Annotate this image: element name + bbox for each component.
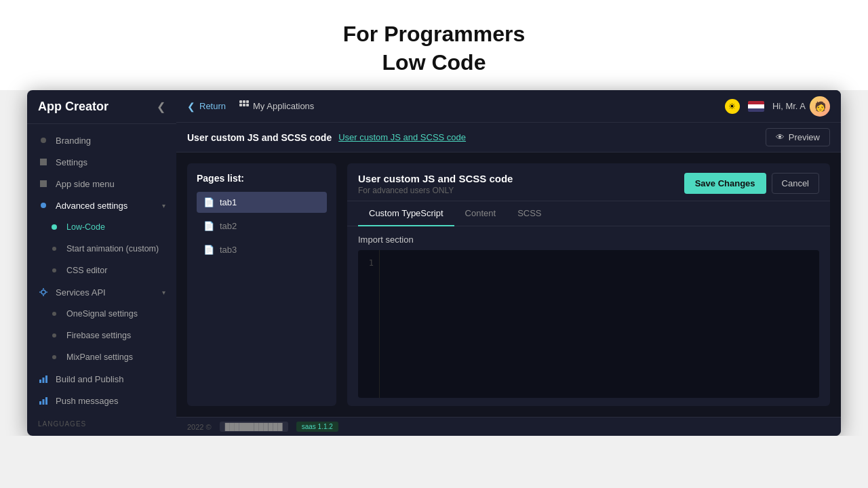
sidebar-item-onesignal[interactable]: OneSignal settings [27,303,176,325]
svg-rect-12 [239,100,242,103]
topbar: ❮ Return My Applications [176,90,841,123]
svg-rect-5 [39,380,41,383]
sidebar-header: App Creator ❮ [27,90,176,124]
code-panel-subtitle: For advanced users ONLY [358,186,513,195]
breadcrumb-link[interactable]: User custom JS and SCSS code [338,132,466,142]
avatar: 🧑 [810,96,830,117]
svg-point-0 [41,290,45,294]
sidebar-item-label: App side menu [56,179,115,189]
page-header: For Programmers Low Code [0,0,868,90]
editor-code[interactable] [380,250,819,398]
svg-rect-15 [239,104,242,106]
return-button[interactable]: ❮ Return [187,101,226,112]
sidebar-item-services-api[interactable]: Services API ▾ [27,281,176,303]
theme-toggle-icon[interactable]: ☀ [725,99,740,114]
sidebar-item-firebase[interactable]: Firebase settings [27,325,176,346]
save-changes-button[interactable]: Save Changes [684,173,766,194]
sidebar-item-label: Low-Code [66,222,105,232]
main-content: ❮ Return My Applications [176,90,841,436]
push-messages-icon [38,395,49,406]
svg-rect-16 [243,104,245,106]
chevron-down-icon: ▾ [162,202,165,209]
css-editor-icon [49,265,60,276]
branding-icon [38,135,49,146]
page-heading: For Programmers Low Code [14,20,854,77]
sidebar-item-settings[interactable]: Settings [27,151,176,173]
firebase-icon [49,330,60,341]
sidebar-item-start-animation[interactable]: Start animation (custom) [27,238,176,260]
sidebar-item-label: Build and Publish [56,374,123,384]
sidebar-item-label: OneSignal settings [66,309,138,319]
tab-custom-typescript[interactable]: Custom TypeScript [358,201,454,226]
sidebar-item-label: Services API [56,287,106,298]
settings-icon [38,157,49,167]
user-menu[interactable]: Hi, Mr. A 🧑 [772,96,830,117]
sidebar-collapse-button[interactable]: ❮ [157,100,165,113]
preview-button[interactable]: 👁 Preview [766,128,830,146]
editor-line-numbers: 1 [358,250,380,398]
code-editor: Import section 1 [347,226,830,406]
low-code-icon [49,222,60,232]
version-badge: saas 1.1.2 [296,422,338,432]
sidebar-item-mixpanel[interactable]: MixPanel settings [27,346,176,368]
svg-rect-7 [45,375,47,383]
bottom-bar: 2022 © ████████████ saas 1.1.2 [176,417,841,436]
tab-content[interactable]: Content [454,201,507,226]
sidebar-item-label: Settings [56,157,87,167]
start-animation-icon [49,243,60,254]
page-icon: 📄 [203,197,214,207]
page-item-tab3[interactable]: 📄 tab3 [197,239,327,260]
page-item-tab1[interactable]: 📄 tab1 [197,192,327,213]
svg-rect-17 [246,104,249,106]
sidebar-item-label: Firebase settings [66,331,131,340]
sidebar-item-advanced-settings[interactable]: Advanced settings ▾ [27,195,176,216]
sidebar-item-label: MixPanel settings [66,352,133,362]
page-item-tab2[interactable]: 📄 tab2 [197,216,327,237]
build-publish-icon [38,373,49,384]
content-area: Pages list: 📄 tab1 📄 tab2 📄 tab3 [176,152,841,417]
pages-panel: Pages list: 📄 tab1 📄 tab2 📄 tab3 [187,163,336,406]
sidebar-item-low-code[interactable]: Low-Code [27,216,176,238]
code-panel: User custom JS and SCSS code For advance… [347,163,830,406]
sidebar-item-label: Push messages [56,396,119,406]
sidebar-item-push-messages[interactable]: Push messages [27,390,176,411]
page-item-label: tab2 [220,221,237,231]
app-side-menu-icon [38,178,49,189]
breadcrumb-title: User custom JS and SCSS code [187,132,332,143]
page-item-label: tab1 [220,197,237,207]
code-panel-header: User custom JS and SCSS code For advance… [347,163,830,201]
svg-rect-13 [243,100,245,103]
sidebar-item-branding[interactable]: Branding [27,129,176,151]
sidebar-nav: Branding Settings App side menu Advanced… [27,124,176,415]
topbar-right: ☀ Hi, Mr. A 🧑 [725,96,830,117]
sidebar: App Creator ❮ Branding Settings App [27,90,176,436]
eye-icon: 👁 [776,132,785,142]
tab-scss[interactable]: SCSS [507,201,552,226]
mixpanel-icon [49,352,60,363]
chevron-down-icon: ▾ [162,289,165,296]
services-api-icon [38,287,49,298]
sidebar-item-label: Advanced settings [56,201,127,211]
page-item-label: tab3 [220,245,237,255]
my-applications-button[interactable]: My Applications [239,100,314,112]
page-icon: 📄 [203,245,214,255]
sidebar-item-app-side-menu[interactable]: App side menu [27,173,176,195]
code-panel-actions: Save Changes Cancel [684,173,819,194]
pages-panel-title: Pages list: [197,173,327,184]
sidebar-item-build-publish[interactable]: Build and Publish [27,368,176,390]
sidebar-logo: App Creator [38,100,108,114]
sidebar-item-label: Branding [56,136,91,146]
cancel-button[interactable]: Cancel [772,173,819,194]
brand-badge: ████████████ [220,422,288,432]
copyright-year: 2022 © [187,423,212,431]
sidebar-item-css-editor[interactable]: CSS editor [27,260,176,281]
sidebar-footer: LANGUAGES [27,415,176,436]
language-flag[interactable] [748,101,764,112]
sidebar-item-label: Start animation (custom) [66,244,159,253]
back-arrow-icon: ❮ [187,101,195,112]
app-container: App Creator ❮ Branding Settings App [27,90,841,436]
topbar-left: ❮ Return My Applications [187,100,314,112]
svg-rect-8 [39,401,41,405]
code-tabs: Custom TypeScript Content SCSS [347,201,830,226]
editor-area[interactable]: 1 [358,250,819,398]
